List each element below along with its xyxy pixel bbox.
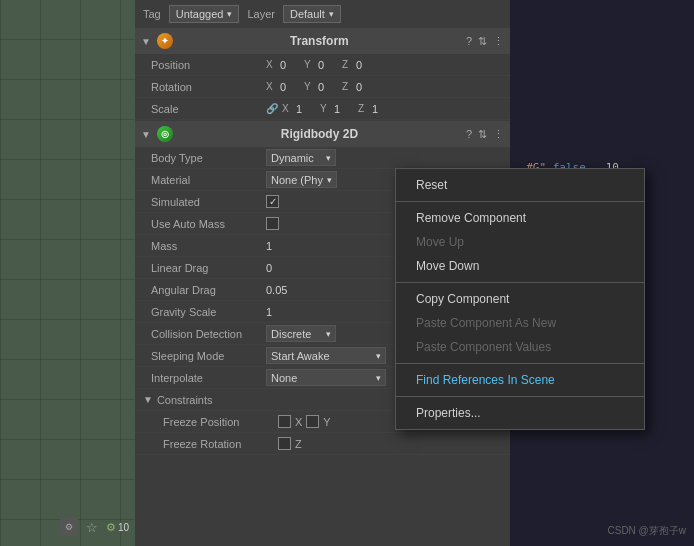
- scale-x-label: X: [282, 103, 292, 114]
- rb-help-icon[interactable]: ?: [466, 128, 472, 141]
- menu-item-move-down[interactable]: Move Down: [396, 254, 644, 278]
- help-icon[interactable]: ?: [466, 35, 472, 48]
- scale-z-label: Z: [358, 103, 368, 114]
- position-label: Position: [151, 59, 266, 71]
- bottom-icon-1[interactable]: ⚙: [60, 518, 78, 536]
- tag-dropdown[interactable]: Untagged: [169, 5, 240, 23]
- menu-item-paste-as-new: Paste Component As New: [396, 311, 644, 335]
- rot-y-label: Y: [304, 81, 314, 92]
- bottom-icon-3[interactable]: ⚙10: [106, 521, 129, 534]
- rigidbody2d-toggle[interactable]: ▼: [141, 129, 151, 140]
- body-type-dropdown[interactable]: Dynamic: [266, 149, 336, 166]
- body-type-label: Body Type: [151, 152, 266, 164]
- rigidbody2d-actions: ? ⇅ ⋮: [466, 128, 504, 141]
- scale-x-val[interactable]: 1: [296, 103, 316, 115]
- menu-separator-2: [396, 282, 644, 283]
- rotation-label: Rotation: [151, 81, 266, 93]
- freeze-pos-x-checkbox[interactable]: [278, 415, 291, 428]
- menu-item-properties[interactable]: Properties...: [396, 401, 644, 425]
- rb-more-icon[interactable]: ⋮: [493, 128, 504, 141]
- menu-separator-4: [396, 396, 644, 397]
- scale-z-val[interactable]: 1: [372, 103, 392, 115]
- background-tiles: [0, 0, 135, 546]
- collision-detection-dropdown[interactable]: Discrete: [266, 325, 336, 342]
- menu-item-copy-component[interactable]: Copy Component: [396, 287, 644, 311]
- collision-detection-label: Collision Detection: [151, 328, 266, 340]
- scale-value: 🔗 X 1 Y 1 Z 1: [266, 103, 502, 115]
- rot-z-label: Z: [342, 81, 352, 92]
- rigidbody2d-icon: ◎: [157, 126, 173, 142]
- simulated-label: Simulated: [151, 196, 266, 208]
- rigidbody2d-header[interactable]: ▼ ◎ Rigidbody 2D ? ⇅ ⋮: [135, 121, 510, 147]
- rotation-row: Rotation X 0 Y 0 Z 0: [135, 76, 510, 98]
- transform-toggle[interactable]: ▼: [141, 36, 151, 47]
- material-dropdown[interactable]: None (Phy: [266, 171, 337, 188]
- layer-label: Layer: [247, 8, 275, 20]
- sleeping-mode-label: Sleeping Mode: [151, 350, 266, 362]
- position-value: X 0 Y 0 Z 0: [266, 59, 502, 71]
- menu-item-find-references[interactable]: Find References In Scene: [396, 368, 644, 392]
- linear-drag-label: Linear Drag: [151, 262, 266, 274]
- context-menu: Reset Remove Component Move Up Move Down…: [395, 168, 645, 430]
- freeze-rotation-label: Freeze Rotation: [163, 438, 278, 450]
- pos-z-val[interactable]: 0: [356, 59, 376, 71]
- material-label: Material: [151, 174, 266, 186]
- pos-x-label: X: [266, 59, 276, 70]
- rot-x-label: X: [266, 81, 276, 92]
- pos-y-label: Y: [304, 59, 314, 70]
- freeze-pos-x-label: X: [295, 416, 302, 428]
- angular-drag-label: Angular Drag: [151, 284, 266, 296]
- scale-y-label: Y: [320, 103, 330, 114]
- bottom-icon-2[interactable]: ☆: [86, 520, 98, 535]
- rotation-value: X 0 Y 0 Z 0: [266, 81, 502, 93]
- transform-header[interactable]: ▼ ✦ Transform ? ⇅ ⋮: [135, 28, 510, 54]
- sleeping-mode-dropdown[interactable]: Start Awake: [266, 347, 386, 364]
- body-type-value: Dynamic: [266, 149, 502, 166]
- auto-mass-label: Use Auto Mass: [151, 218, 266, 230]
- menu-item-paste-values: Paste Component Values: [396, 335, 644, 359]
- position-row: Position X 0 Y 0 Z 0: [135, 54, 510, 76]
- freeze-pos-y-label: Y: [323, 416, 330, 428]
- rot-x-val[interactable]: 0: [280, 81, 300, 93]
- transform-title: Transform: [177, 34, 462, 48]
- pos-z-label: Z: [342, 59, 352, 70]
- tag-label: Tag: [143, 8, 161, 20]
- rb-preset-icon[interactable]: ⇅: [478, 128, 487, 141]
- freeze-pos-y-checkbox[interactable]: [306, 415, 319, 428]
- freeze-position-label: Freeze Position: [163, 416, 278, 428]
- layer-dropdown[interactable]: Default: [283, 5, 341, 23]
- rot-y-val[interactable]: 0: [318, 81, 338, 93]
- scale-link-icon: 🔗: [266, 103, 278, 114]
- constraints-toggle[interactable]: ▼: [143, 394, 153, 405]
- menu-item-move-up: Move Up: [396, 230, 644, 254]
- more-icon[interactable]: ⋮: [493, 35, 504, 48]
- scale-label: Scale: [151, 103, 266, 115]
- gravity-scale-label: Gravity Scale: [151, 306, 266, 318]
- preset-icon[interactable]: ⇅: [478, 35, 487, 48]
- constraints-label: Constraints: [157, 394, 213, 406]
- body-type-row: Body Type Dynamic: [135, 147, 510, 169]
- scale-row: Scale 🔗 X 1 Y 1 Z 1: [135, 98, 510, 120]
- freeze-rot-z-label: Z: [295, 438, 302, 450]
- freeze-rot-z-checkbox[interactable]: [278, 437, 291, 450]
- transform-icon: ✦: [157, 33, 173, 49]
- menu-item-remove-component[interactable]: Remove Component: [396, 206, 644, 230]
- rot-z-val[interactable]: 0: [356, 81, 376, 93]
- mass-label: Mass: [151, 240, 266, 252]
- watermark: CSDN @芽孢子w: [608, 524, 687, 538]
- pos-y-val[interactable]: 0: [318, 59, 338, 71]
- rigidbody2d-title: Rigidbody 2D: [177, 127, 462, 141]
- interpolate-dropdown[interactable]: None: [266, 369, 386, 386]
- menu-separator-3: [396, 363, 644, 364]
- pos-x-val[interactable]: 0: [280, 59, 300, 71]
- menu-item-reset[interactable]: Reset: [396, 173, 644, 197]
- simulated-checkbox[interactable]: [266, 195, 279, 208]
- transform-component: ▼ ✦ Transform ? ⇅ ⋮ Position X 0 Y 0 Z 0…: [135, 28, 510, 120]
- scale-y-val[interactable]: 1: [334, 103, 354, 115]
- auto-mass-checkbox[interactable]: [266, 217, 279, 230]
- freeze-rotation-row: Freeze Rotation Z: [135, 433, 510, 455]
- bottom-toolbar: ⚙ ☆ ⚙10: [60, 518, 129, 536]
- freeze-rotation-value: Z: [278, 437, 502, 450]
- transform-actions: ? ⇅ ⋮: [466, 35, 504, 48]
- interpolate-label: Interpolate: [151, 372, 266, 384]
